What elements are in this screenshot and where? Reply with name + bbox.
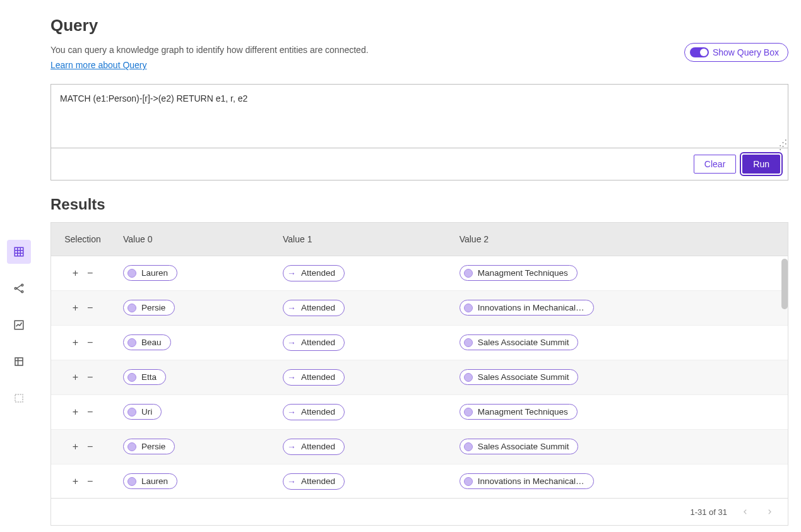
entity-chip[interactable]: Innovations in Mechanical… — [460, 473, 594, 489]
scrollbar-thumb[interactable] — [781, 259, 788, 309]
svg-line-9 — [16, 288, 21, 292]
table-footer: 1-31 of 31 — [51, 498, 788, 525]
box-icon — [13, 393, 25, 404]
chip-label: Lauren — [141, 268, 168, 278]
side-rail — [0, 0, 38, 532]
entity-chip[interactable]: Sales Associate Summit — [460, 439, 579, 454]
table-row: +−Beau→AttendedSales Associate Summit — [51, 325, 788, 360]
entity-chip[interactable]: Lauren — [123, 265, 177, 281]
entity-chip[interactable]: Sales Associate Summit — [460, 369, 579, 385]
add-selection-button[interactable]: + — [73, 441, 78, 452]
remove-selection-button[interactable]: − — [87, 268, 93, 279]
run-button[interactable]: Run — [742, 155, 780, 174]
chip-label: Persie — [141, 303, 165, 312]
chart-icon — [13, 319, 25, 331]
entity-chip[interactable]: Persie — [123, 300, 175, 316]
chip-label: Attended — [301, 442, 335, 451]
arrow-right-icon: → — [287, 303, 296, 313]
relation-chip[interactable]: →Attended — [283, 439, 345, 455]
remove-selection-button[interactable]: − — [87, 441, 93, 452]
query-box: ⋰⋰ Clear Run — [50, 84, 788, 180]
chip-label: Attended — [301, 407, 335, 417]
entity-chip[interactable]: Uri — [123, 404, 162, 420]
entity-dot-icon — [128, 408, 136, 417]
col-value-2: Value 2 — [451, 223, 788, 256]
entity-chip[interactable]: Beau — [123, 334, 171, 350]
remove-selection-button[interactable]: − — [87, 372, 93, 383]
chip-label: Uri — [141, 407, 152, 417]
next-page-button[interactable] — [764, 506, 775, 517]
add-selection-button[interactable]: + — [73, 337, 78, 348]
table-row: +−Lauren→AttendedInnovations in Mechanic… — [51, 464, 788, 498]
entity-dot-icon — [464, 338, 473, 347]
rail-chart-view[interactable] — [7, 313, 31, 337]
entity-dot-icon — [464, 304, 473, 312]
entity-dot-icon — [128, 304, 136, 312]
remove-selection-button[interactable]: − — [87, 406, 93, 418]
remove-selection-button[interactable]: − — [87, 476, 93, 487]
remove-selection-button[interactable]: − — [87, 337, 93, 348]
chip-label: Sales Associate Summit — [478, 372, 569, 382]
arrow-right-icon: → — [287, 372, 296, 382]
relation-chip[interactable]: →Attended — [283, 404, 345, 420]
chip-label: Etta — [141, 372, 157, 382]
entity-dot-icon — [128, 442, 136, 451]
svg-point-7 — [21, 291, 23, 293]
entity-chip[interactable]: Sales Associate Summit — [460, 334, 579, 350]
col-selection: Selection — [51, 223, 114, 256]
entity-dot-icon — [128, 338, 136, 347]
prev-page-button[interactable] — [740, 506, 751, 517]
rail-table-view[interactable] — [7, 240, 31, 264]
relation-chip[interactable]: →Attended — [283, 369, 345, 386]
chip-label: Persie — [141, 442, 165, 451]
relation-chip[interactable]: →Attended — [283, 300, 345, 316]
rail-graph-view[interactable] — [7, 276, 31, 300]
entity-chip[interactable]: Persie — [123, 439, 175, 454]
add-selection-button[interactable]: + — [73, 302, 78, 314]
entity-chip[interactable]: Innovations in Mechanical… — [460, 300, 594, 316]
add-selection-button[interactable]: + — [73, 406, 78, 418]
layers-icon — [13, 356, 25, 367]
col-value-0: Value 0 — [114, 223, 274, 256]
chip-label: Attended — [301, 268, 335, 278]
results-table-wrap: Selection Value 0 Value 1 Value 2 +−Laur… — [50, 222, 788, 526]
table-row: +−Lauren→AttendedManagment Techniques — [51, 256, 788, 290]
toggle-switch-icon — [690, 47, 709, 57]
relation-chip[interactable]: →Attended — [283, 473, 345, 490]
page-subtitle: You can query a knowledge graph to ident… — [50, 43, 369, 73]
results-table-scroll[interactable]: Selection Value 0 Value 1 Value 2 +−Laur… — [51, 223, 788, 498]
add-selection-button[interactable]: + — [73, 268, 78, 279]
entity-chip[interactable]: Managment Techniques — [460, 404, 578, 420]
chip-label: Innovations in Mechanical… — [478, 303, 584, 312]
page-title: Query — [50, 16, 788, 35]
chip-label: Managment Techniques — [478, 268, 568, 278]
arrow-right-icon: → — [287, 268, 296, 278]
query-input[interactable] — [51, 85, 788, 148]
learn-more-link[interactable]: Learn more about Query — [50, 58, 147, 72]
chip-label: Sales Associate Summit — [478, 338, 569, 347]
add-selection-button[interactable]: + — [73, 476, 78, 487]
add-selection-button[interactable]: + — [73, 372, 78, 383]
clear-button[interactable]: Clear — [694, 155, 736, 174]
table-row: +−Etta→AttendedSales Associate Summit — [51, 360, 788, 394]
table-row: +−Uri→AttendedManagment Techniques — [51, 394, 788, 429]
entity-dot-icon — [464, 373, 473, 382]
entity-dot-icon — [464, 269, 473, 278]
entity-dot-icon — [464, 442, 473, 451]
remove-selection-button[interactable]: − — [87, 302, 93, 314]
show-query-box-toggle[interactable]: Show Query Box — [684, 43, 788, 62]
chip-label: Innovations in Mechanical… — [478, 476, 584, 486]
relation-chip[interactable]: →Attended — [283, 334, 345, 351]
rail-tool-4[interactable] — [7, 350, 31, 374]
entity-chip[interactable]: Etta — [123, 369, 166, 385]
arrow-right-icon: → — [287, 476, 296, 487]
entity-dot-icon — [464, 408, 473, 417]
entity-chip[interactable]: Managment Techniques — [460, 265, 578, 281]
svg-line-8 — [16, 285, 21, 288]
entity-chip[interactable]: Lauren — [123, 473, 177, 489]
rail-tool-5[interactable] — [7, 386, 31, 410]
relation-chip[interactable]: →Attended — [283, 265, 345, 281]
chevron-right-icon — [766, 509, 773, 515]
entity-dot-icon — [464, 477, 473, 486]
entity-dot-icon — [128, 373, 136, 382]
